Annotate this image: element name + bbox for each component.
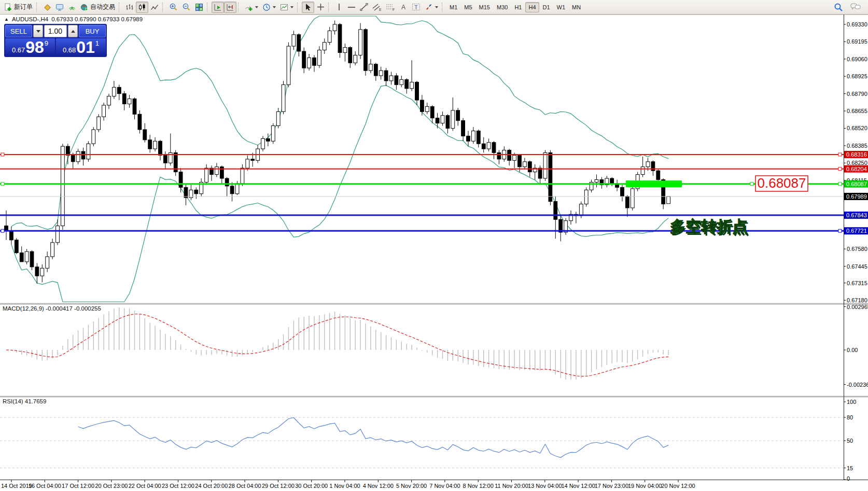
timeframe-m1[interactable]: M1 — [446, 2, 460, 12]
candlesticks — [5, 21, 670, 284]
chart-shift-icon — [226, 3, 234, 11]
svg-text:0.68790: 0.68790 — [847, 91, 867, 97]
timeframe-h1[interactable]: H1 — [511, 2, 525, 12]
line-handle[interactable] — [838, 153, 842, 156]
svg-text:4 Nov 12:00: 4 Nov 12:00 — [363, 483, 394, 489]
text-label-icon: T — [412, 3, 421, 11]
svg-text:14 Oct 2019: 14 Oct 2019 — [1, 483, 32, 489]
annotation-text[interactable]: 多空转折点 — [670, 218, 748, 235]
timeframe-w1[interactable]: W1 — [554, 2, 569, 12]
rsi-line — [78, 417, 669, 457]
volume-input[interactable] — [44, 25, 67, 37]
buy-price-display[interactable]: 0.68 01 1 — [56, 38, 106, 56]
line-handle[interactable] — [838, 229, 842, 232]
svg-text:15: 15 — [847, 465, 853, 471]
svg-text:19 Nov 04:00: 19 Nov 04:00 — [628, 483, 662, 489]
buy-price-prefix: 0.68 — [63, 47, 76, 53]
svg-text:0.68204: 0.68204 — [846, 166, 867, 172]
timeframe-m5[interactable]: M5 — [461, 2, 475, 12]
buy-price-big: 01 — [76, 39, 95, 55]
price-axis: 0.693300.691950.690600.689250.687900.686… — [844, 21, 868, 482]
clock-icon — [262, 3, 271, 11]
equidistant-channel-tool[interactable]: E — [370, 2, 384, 13]
autotrade-icon — [80, 3, 89, 11]
text-label-tool[interactable]: T — [410, 2, 423, 13]
time-axis: 14 Oct 201916 Oct 04:0017 Oct 12:0020 Oc… — [1, 480, 695, 489]
line-handle[interactable] — [1, 183, 4, 186]
timeframe-m15[interactable]: M15 — [476, 2, 493, 12]
line-handle[interactable] — [838, 183, 842, 186]
svg-text:0.68316: 0.68316 — [846, 151, 867, 158]
line-handle[interactable] — [1, 153, 4, 156]
chart-bars-button[interactable] — [123, 2, 136, 13]
signals-button[interactable] — [66, 2, 78, 13]
timeframe-m30[interactable]: M30 — [494, 2, 511, 12]
indicators-button[interactable] — [243, 2, 260, 13]
vline-icon — [335, 3, 343, 11]
arrows-tool[interactable] — [423, 2, 440, 13]
signal-icon — [68, 3, 76, 11]
search-button[interactable] — [832, 2, 845, 13]
line-handle[interactable] — [1, 229, 4, 232]
line-handle[interactable] — [750, 183, 753, 186]
auto-scroll-button[interactable] — [212, 2, 224, 13]
buy-button[interactable]: BUY — [79, 25, 106, 37]
indicators-caret-icon — [255, 6, 258, 8]
svg-text:0.69330: 0.69330 — [847, 21, 867, 27]
volume-decrease-button[interactable] — [33, 25, 43, 37]
vertical-line-tool[interactable] — [333, 2, 345, 13]
timeframe-d1[interactable]: D1 — [540, 2, 553, 12]
sell-price-display[interactable]: 0.67 98 9 — [5, 38, 55, 56]
trendline-tool[interactable] — [358, 2, 370, 13]
sell-price-pip: 9 — [45, 40, 48, 47]
line-handle[interactable] — [838, 167, 842, 171]
tile-windows-button[interactable] — [193, 2, 205, 13]
svg-text:-0.002363: -0.002363 — [847, 382, 868, 388]
chart-line-button[interactable] — [148, 2, 161, 13]
svg-text:17 Nov 23:00: 17 Nov 23:00 — [595, 483, 628, 489]
one-click-trading-panel: SELL BUY 0.67 98 9 0.68 01 1 — [4, 24, 107, 57]
zoom-out-icon — [182, 3, 191, 11]
sell-button[interactable]: SELL — [5, 25, 32, 37]
text-tool[interactable]: A — [397, 2, 410, 13]
macd-signal-line — [6, 314, 668, 376]
svg-text:7 Nov 04:00: 7 Nov 04:00 — [429, 483, 460, 489]
candles-chart-icon — [138, 3, 146, 11]
highlight-rectangle[interactable] — [626, 180, 682, 187]
new-order-button[interactable]: 新订单 — [2, 2, 35, 13]
periods-caret-icon — [273, 6, 276, 8]
autotrade-button[interactable]: 自动交易 — [78, 2, 117, 13]
hline-icon — [347, 3, 356, 11]
crosshair-tool-button[interactable] — [314, 2, 327, 13]
channel-icon: E — [372, 3, 382, 11]
timeframe-mn[interactable]: MN — [569, 2, 584, 12]
svg-text:0.67989: 0.67989 — [846, 193, 867, 200]
horizontal-line-tool[interactable] — [345, 2, 358, 13]
svg-text:E: E — [379, 8, 382, 11]
cursor-tool-button[interactable] — [302, 2, 314, 13]
main-toolbar: 新订单 自动交易 — [0, 0, 868, 15]
chart-candles-button[interactable] — [136, 2, 148, 13]
svg-text:F: F — [393, 8, 395, 11]
templates-button[interactable] — [278, 2, 296, 13]
profile-icon — [43, 3, 51, 11]
svg-text:0.67843: 0.67843 — [846, 212, 867, 218]
svg-text:20 Nov 12:00: 20 Nov 12:00 — [661, 483, 695, 489]
svg-text:T: T — [414, 4, 418, 10]
svg-text:28 Oct 04:00: 28 Oct 04:00 — [229, 483, 261, 489]
volume-increase-button[interactable] — [68, 25, 78, 37]
chat-button[interactable] — [848, 2, 863, 13]
sell-price-prefix: 0.67 — [12, 47, 25, 53]
profile-button[interactable] — [41, 2, 53, 13]
chart-shift-button[interactable] — [224, 2, 236, 13]
svg-text:1 Nov 04:00: 1 Nov 04:00 — [329, 483, 360, 489]
zoom-out-button[interactable] — [180, 2, 193, 13]
zoom-in-button[interactable] — [167, 2, 180, 13]
svg-text:0.67315: 0.67315 — [847, 280, 867, 286]
periods-button[interactable] — [260, 2, 278, 13]
fibonacci-tool[interactable]: F — [384, 2, 397, 13]
market-watch-button[interactable] — [53, 2, 66, 13]
indicators-icon — [245, 3, 253, 11]
chart-canvas[interactable]: 0.693300.691950.690600.689250.687900.686… — [0, 0, 868, 491]
timeframe-h4[interactable]: H4 — [525, 2, 539, 12]
